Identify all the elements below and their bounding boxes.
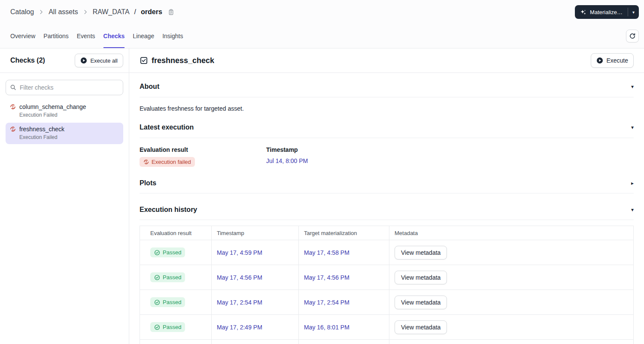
section-about-header[interactable]: About ▾ <box>140 73 634 97</box>
tab-partitions[interactable]: Partitions <box>43 24 68 48</box>
tabs: Overview Partitions Events Checks Lineag… <box>10 24 183 48</box>
badge-label: Passed <box>163 299 181 305</box>
breadcrumb-slash: / <box>134 8 136 16</box>
section-title: About <box>140 83 159 91</box>
section-plots-header[interactable]: Plots ▸ <box>140 179 634 193</box>
section-title: Plots <box>140 179 156 187</box>
check-circle-icon <box>154 275 160 281</box>
check-status: Execution Failed <box>19 134 119 140</box>
play-circle-icon <box>596 57 603 64</box>
latest-execution-fields: Evaluation result Exec <box>140 146 634 167</box>
breadcrumb: Catalog All assets RAW_DATA / orders <box>10 8 175 16</box>
chevron-right-icon <box>38 9 44 15</box>
target-materialization-link[interactable]: May 17, 2:54 PM <box>304 299 349 306</box>
table-header-row: Evaluation result Timestamp Target mater… <box>140 226 634 240</box>
timestamp-link[interactable]: May 17, 2:54 PM <box>217 299 262 306</box>
table-row: Passed May 17, 2:49 PM May 16, 8:01 PM V… <box>140 315 634 340</box>
caret-down-icon[interactable]: ▾ <box>631 84 634 90</box>
asset-check-icon <box>140 57 148 64</box>
caret-right-icon[interactable]: ▸ <box>631 180 634 186</box>
tab-checks[interactable]: Checks <box>103 24 125 48</box>
breadcrumb-asset-name: orders <box>141 8 162 16</box>
target-materialization-link[interactable]: May 17, 4:58 PM <box>304 249 349 256</box>
table-row: Passed May 17, 4:59 PM May 17, 4:58 PM V… <box>140 240 634 265</box>
badge-label: Passed <box>163 274 181 281</box>
timestamp-link[interactable]: May 17, 4:59 PM <box>217 249 262 256</box>
check-name: freshness_check <box>19 126 64 133</box>
check-circle-icon <box>154 324 160 330</box>
sidebar-header: Checks (2) Execute all <box>0 48 129 73</box>
latest-timestamp-link[interactable]: Jul 14, 8:00 PM <box>266 157 308 164</box>
about-description: Evaluates freshness for targeted asset. <box>140 97 634 112</box>
section-title: Latest execution <box>140 124 194 131</box>
breadcrumb-asset-group[interactable]: RAW_DATA <box>93 8 130 16</box>
breadcrumb-catalog[interactable]: Catalog <box>10 8 34 16</box>
check-title: freshness_check <box>152 56 214 65</box>
table-row: Passed May 17, 2:54 PM May 17, 2:54 PM V… <box>140 290 634 315</box>
section-title: Execution history <box>140 206 197 214</box>
check-status: Execution Failed <box>19 112 119 118</box>
sidebar-title: Checks (2) <box>10 57 45 64</box>
execution-failed-badge: Execution failed <box>140 157 195 167</box>
view-metadata-button[interactable]: View metadata <box>395 271 447 284</box>
check-detail-content: About ▾ Evaluates freshness for targeted… <box>129 73 644 344</box>
field-label: Evaluation result <box>140 146 266 153</box>
execute-all-button[interactable]: Execute all <box>75 54 123 67</box>
check-circle-icon <box>154 250 160 256</box>
check-detail-header: freshness_check Execute <box>129 48 644 73</box>
target-materialization-link[interactable]: May 16, 8:01 PM <box>304 324 349 331</box>
view-metadata-button[interactable]: View metadata <box>395 246 447 260</box>
timestamp-link[interactable]: May 17, 2:49 PM <box>217 324 262 331</box>
checks-sidebar: Checks (2) Execute all <box>0 48 129 344</box>
chevron-right-icon <box>82 9 88 15</box>
breadcrumb-all-assets[interactable]: All assets <box>49 8 78 16</box>
refresh-icon <box>629 33 636 39</box>
sync-problem-icon <box>10 126 16 132</box>
tab-lineage[interactable]: Lineage <box>133 24 154 48</box>
timestamp-field: Timestamp Jul 14, 8:00 PM <box>266 146 308 167</box>
passed-badge: Passed <box>150 272 185 282</box>
materialize-label: Materialize… <box>590 9 623 15</box>
filter-checks-input[interactable] <box>6 80 123 95</box>
field-label: Timestamp <box>266 146 308 153</box>
timestamp-link[interactable]: May 17, 4:56 PM <box>217 274 262 281</box>
sparkle-icon <box>580 9 586 15</box>
materialize-button[interactable]: Materialize… <box>575 5 628 19</box>
materialize-dropdown-button[interactable]: ▾ <box>628 5 639 19</box>
play-circle-icon <box>80 57 87 64</box>
passed-badge: Passed <box>150 322 185 332</box>
column-header: Metadata <box>389 226 634 240</box>
clipboard-icon <box>168 9 174 15</box>
view-metadata-button[interactable]: View metadata <box>395 296 447 309</box>
badge-label: Execution failed <box>152 159 191 165</box>
refresh-button[interactable] <box>626 30 639 42</box>
top-bar: Catalog All assets RAW_DATA / orders <box>0 0 644 24</box>
execute-all-label: Execute all <box>90 57 118 64</box>
execute-label: Execute <box>606 57 628 64</box>
materialize-split-button: Materialize… ▾ <box>575 5 639 19</box>
section-latest-execution-header[interactable]: Latest execution ▾ <box>140 124 634 138</box>
target-materialization-link[interactable]: May 17, 4:56 PM <box>304 274 349 281</box>
sync-problem-icon <box>143 159 149 165</box>
check-title-row: freshness_check <box>140 56 214 65</box>
tab-events[interactable]: Events <box>77 24 95 48</box>
caret-down-icon[interactable]: ▾ <box>631 124 634 130</box>
caret-down-icon[interactable]: ▾ <box>631 207 634 213</box>
tab-overview[interactable]: Overview <box>10 24 35 48</box>
check-list-item-selected[interactable]: freshness_check Execution Failed <box>6 123 123 144</box>
evaluation-result-field: Evaluation result Exec <box>140 146 266 167</box>
search-icon <box>10 84 16 91</box>
tab-insights[interactable]: Insights <box>162 24 183 48</box>
filter-checks <box>6 80 123 95</box>
passed-badge: Passed <box>150 247 185 257</box>
copy-asset-name-button[interactable] <box>167 8 175 16</box>
view-metadata-button[interactable]: View metadata <box>395 320 447 334</box>
badge-label: Passed <box>163 249 181 256</box>
caret-down-icon: ▾ <box>632 10 635 15</box>
sync-problem-icon <box>10 104 16 110</box>
checks-layout: Checks (2) Execute all <box>0 48 644 344</box>
section-execution-history-header[interactable]: Execution history ▾ <box>140 206 634 220</box>
execute-button[interactable]: Execute <box>591 53 634 68</box>
table-row-partial <box>140 340 634 344</box>
check-list-item[interactable]: column_schema_change Execution Failed <box>6 100 123 122</box>
